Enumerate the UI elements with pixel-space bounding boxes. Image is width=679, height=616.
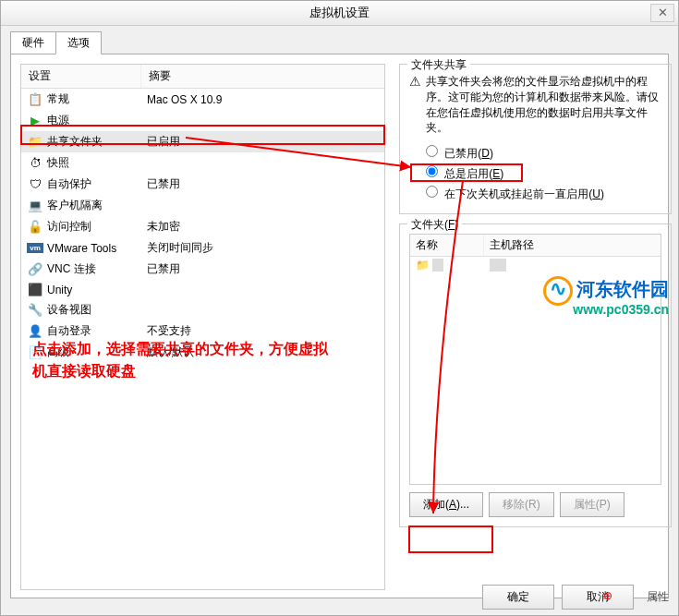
col-hostpath: 主机路径	[484, 235, 661, 256]
list-row[interactable]: 🔓访问控制未加密	[21, 216, 384, 237]
col-name: 名称	[410, 235, 484, 256]
radio-next-input[interactable]	[426, 186, 438, 198]
list-row[interactable]: ▶电源	[21, 110, 384, 131]
radio-disabled-label: 已禁用(D)	[444, 147, 493, 160]
tabstrip: 硬件 选项	[1, 26, 678, 54]
settings-list: 设置 摘要 📋常规Mac OS X 10.9▶电源📁共享文件夹已启用⏱快照🛡自动…	[20, 64, 385, 590]
row-label: 设备视图	[47, 302, 147, 318]
row-label: 共享文件夹	[47, 134, 147, 150]
sharing-warning: ⚠ 共享文件夹会将您的文件显示给虚拟机中的程序。这可能为您的计算机和数据带来风险…	[409, 74, 661, 136]
annotation-text: 点击添加，选择需要共享的文件夹，方便虚拟机直接读取硬盘	[32, 338, 337, 382]
cancel-button[interactable]: 取消⊕	[562, 585, 634, 610]
folder-row[interactable]: 📁 xx xxx	[410, 257, 661, 273]
row-label: 客户机隔离	[47, 198, 147, 213]
list-row[interactable]: vmVMware Tools关闭时间同步	[21, 237, 384, 259]
advanced-label: 属性	[647, 589, 669, 605]
row-summary: 已禁用	[147, 176, 379, 192]
radio-always[interactable]: 总是启用(E)	[409, 163, 661, 184]
row-label: 自动登录	[47, 323, 147, 339]
radio-always-label: 总是启用(E)	[444, 167, 503, 180]
ok-button[interactable]: 确定	[482, 585, 554, 610]
row-label: VMware Tools	[47, 242, 147, 255]
tab-options[interactable]: 选项	[55, 31, 102, 54]
row-label: 常规	[47, 91, 147, 107]
radio-disabled[interactable]: 已禁用(D)	[409, 143, 661, 163]
col-summary: 摘要	[141, 65, 384, 88]
row-label: 自动保护	[47, 176, 147, 192]
list-row[interactable]: 📁共享文件夹已启用	[21, 131, 384, 152]
row-summary: 已启用	[147, 134, 379, 150]
radio-next[interactable]: 在下次关机或挂起前一直启用(U)	[409, 184, 661, 204]
titlebar: 虚拟机设置 ✕	[1, 1, 678, 26]
row-label: Unity	[47, 284, 147, 296]
folder-list[interactable]: 名称 主机路径 📁 xx xxx	[409, 234, 661, 485]
folder-row-name: 📁 xx	[416, 259, 490, 272]
row-label: VNC 连接	[47, 261, 147, 277]
folders-group: 文件夹(F) 名称 主机路径 📁 xx xxx 添加(A)...	[399, 223, 672, 527]
close-button[interactable]: ✕	[650, 4, 674, 22]
warning-icon: ⚠	[409, 74, 426, 136]
folder-buttons: 添加(A)... 移除(R) 属性(P)	[409, 485, 661, 517]
watermark-logo-icon	[543, 276, 573, 306]
list-row[interactable]: 💻客户机隔离	[21, 195, 384, 216]
list-row[interactable]: ⬛Unity	[21, 280, 384, 299]
folder-list-header: 名称 主机路径	[410, 235, 661, 257]
row-summary: 不受支持	[147, 323, 379, 339]
row-label: 访问控制	[47, 219, 147, 235]
row-label: 电源	[47, 113, 147, 128]
properties-button[interactable]: 属性(P)	[560, 492, 624, 517]
dialog-buttons: 确定 取消⊕ 属性	[482, 585, 669, 610]
list-row[interactable]: 📋常规Mac OS X 10.9	[21, 89, 384, 110]
row-label: 快照	[47, 155, 147, 171]
radio-next-label: 在下次关机或挂起前一直启用(U)	[444, 187, 604, 200]
folders-title: 文件夹(F)	[407, 217, 462, 233]
warning-text: 共享文件夹会将您的文件显示给虚拟机中的程序。这可能为您的计算机和数据带来风险。请…	[426, 74, 661, 136]
col-setting: 设置	[21, 65, 141, 88]
options-panel: 设置 摘要 📋常规Mac OS X 10.9▶电源📁共享文件夹已启用⏱快照🛡自动…	[10, 54, 669, 598]
radio-disabled-input[interactable]	[426, 145, 438, 157]
row-summary: 未加密	[147, 219, 379, 235]
highlight-add-button	[408, 525, 493, 553]
folder-row-path: xxx	[490, 259, 506, 272]
window-title: 虚拟机设置	[309, 6, 370, 19]
add-button[interactable]: 添加(A)...	[409, 492, 483, 517]
list-body: 📋常规Mac OS X 10.9▶电源📁共享文件夹已启用⏱快照🛡自动保护已禁用💻…	[21, 89, 384, 363]
watermark-url: www.pc0359.cn	[573, 302, 669, 317]
row-summary: Mac OS X 10.9	[147, 93, 379, 106]
list-row[interactable]: 🔗VNC 连接已禁用	[21, 259, 384, 280]
list-row[interactable]: 🛡自动保护已禁用	[21, 174, 384, 195]
remove-button[interactable]: 移除(R)	[489, 492, 554, 517]
row-summary: 关闭时间同步	[147, 240, 379, 256]
tab-hardware[interactable]: 硬件	[10, 31, 56, 54]
list-row[interactable]: 🔧设备视图	[21, 299, 384, 320]
sharing-group: 文件夹共享 ⚠ 共享文件夹会将您的文件显示给虚拟机中的程序。这可能为您的计算机和…	[399, 64, 672, 214]
list-row[interactable]: ⏱快照	[21, 152, 384, 174]
list-header: 设置 摘要	[21, 65, 384, 89]
row-summary: 已禁用	[147, 261, 379, 277]
radio-always-input[interactable]	[426, 165, 438, 177]
sharing-title: 文件夹共享	[407, 57, 470, 73]
